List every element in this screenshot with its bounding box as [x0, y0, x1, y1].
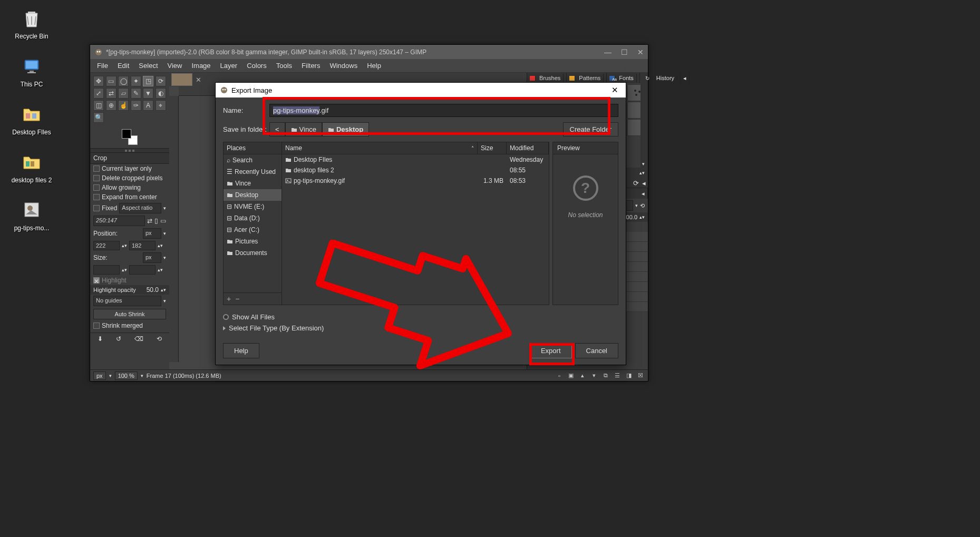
tool-rotate[interactable]: ⟳: [156, 76, 166, 86]
save-preset-icon[interactable]: ⬇: [98, 335, 103, 343]
auto-shrink-button[interactable]: Auto Shrink: [93, 309, 166, 319]
tool-eraser[interactable]: ◫: [93, 100, 104, 111]
desktop-icon-folder-2[interactable]: desktop files 2: [5, 149, 58, 184]
tool-color-picker[interactable]: ⌖: [156, 100, 166, 111]
tab-history[interactable]: ↻History: [640, 73, 681, 83]
minimize-button[interactable]: —: [604, 48, 612, 56]
menu-select[interactable]: Select: [135, 60, 161, 71]
tool-perspective[interactable]: ▱: [118, 88, 129, 99]
place-item[interactable]: ⊟Data (D:): [224, 212, 282, 224]
desktop-icon-folder[interactable]: Desktop FIles: [5, 101, 58, 136]
scrollbar[interactable]: ▾: [641, 83, 648, 168]
checkbox[interactable]: [93, 194, 100, 200]
cancel-button[interactable]: Cancel: [575, 343, 618, 358]
menu-tools[interactable]: Tools: [273, 60, 296, 71]
tool-path[interactable]: ✑: [131, 100, 141, 111]
fixed-mode-select[interactable]: Aspect ratio: [119, 203, 161, 213]
new-layer-icon[interactable]: ▫: [555, 373, 564, 379]
size-w-input[interactable]: [93, 265, 120, 275]
reset-icon[interactable]: ⟲: [157, 335, 162, 343]
checkbox[interactable]: [93, 184, 100, 191]
add-place-button[interactable]: +: [227, 295, 231, 303]
place-item[interactable]: ⊟NVME (E:): [224, 201, 282, 212]
menu-icon[interactable]: ◂: [642, 179, 646, 187]
export-button[interactable]: Export: [530, 343, 572, 358]
checkbox-highlight[interactable]: ✕: [93, 277, 100, 284]
remove-place-button[interactable]: −: [235, 295, 239, 303]
maximize-button[interactable]: ☐: [621, 48, 628, 56]
help-button[interactable]: Help: [223, 343, 259, 358]
menu-filters[interactable]: Filters: [298, 60, 324, 71]
checkbox[interactable]: [93, 175, 100, 181]
filename-input[interactable]: pg-tips-monkey.gif: [269, 104, 618, 117]
delete-icon[interactable]: ⌫: [134, 335, 143, 343]
tool-scale[interactable]: ⤢: [93, 88, 104, 99]
column-size[interactable]: Size: [478, 142, 507, 154]
landscape-icon[interactable]: ▭: [160, 217, 166, 224]
close-tab-icon[interactable]: ✕: [196, 76, 201, 84]
tool-crop[interactable]: ◳: [143, 76, 153, 86]
menu-layer[interactable]: Layer: [217, 60, 241, 71]
tool-text[interactable]: A: [143, 100, 153, 111]
place-search[interactable]: ⌕Search: [224, 154, 282, 166]
guides-select[interactable]: No guides: [93, 296, 161, 306]
tool-rect-select[interactable]: ▭: [106, 76, 117, 86]
gimp-titlebar[interactable]: *[pg-tips-monkey] (imported)-2.0 (RGB co…: [90, 45, 648, 59]
unit-select[interactable]: px: [93, 372, 106, 380]
create-folder-button[interactable]: Create Folder: [563, 122, 618, 136]
layer-down-icon[interactable]: ▾: [590, 372, 598, 379]
pos-x-input[interactable]: [93, 241, 120, 250]
breadcrumb-item-active[interactable]: Desktop: [322, 122, 369, 136]
fg-bg-colors[interactable]: [122, 129, 138, 145]
tab-menu-icon[interactable]: ◂: [639, 188, 648, 199]
menu-image[interactable]: Image: [188, 60, 214, 71]
tool-smudge[interactable]: ☝: [118, 100, 129, 111]
mask-icon[interactable]: ◨: [625, 372, 633, 379]
place-recent[interactable]: ☰Recently Used: [224, 166, 282, 178]
desktop-icon-recycle-bin[interactable]: Recycle Bin: [5, 5, 58, 40]
place-item[interactable]: Vince: [224, 178, 282, 189]
desktop-icon-this-pc[interactable]: This PC: [5, 53, 58, 88]
ratio-input[interactable]: 250:147: [93, 216, 145, 226]
tab-menu-icon[interactable]: ◂: [681, 73, 690, 83]
radio-show-all[interactable]: [223, 314, 229, 320]
tool-flip[interactable]: ⇄: [106, 88, 117, 99]
file-row[interactable]: desktop files 2 08:55: [282, 165, 549, 175]
pos-unit-select[interactable]: px: [143, 228, 161, 239]
breadcrumb-back-button[interactable]: <: [269, 122, 285, 136]
layer-group-icon[interactable]: ▣: [567, 372, 575, 379]
place-item[interactable]: Pictures: [224, 236, 282, 247]
refresh-icon[interactable]: ⟳: [633, 179, 639, 187]
swap-icon[interactable]: ⇄: [147, 217, 152, 224]
close-button[interactable]: ✕: [608, 85, 622, 95]
menu-colors[interactable]: Colors: [243, 60, 270, 71]
merge-icon[interactable]: ☰: [613, 372, 622, 379]
tool-zoom[interactable]: 🔍: [93, 112, 104, 123]
file-row[interactable]: pg-tips-monkey.gif 1.3 MB 08:53: [282, 175, 549, 186]
place-item[interactable]: Documents: [224, 247, 282, 259]
checkbox-fixed[interactable]: [93, 205, 100, 211]
column-modified[interactable]: Modified: [507, 142, 549, 154]
tool-paintbrush[interactable]: ✎: [131, 88, 141, 99]
tool-move[interactable]: ✥: [93, 76, 104, 86]
place-item-selected[interactable]: Desktop: [224, 189, 282, 201]
file-row[interactable]: Desktop FIles Wednesday: [282, 154, 549, 165]
expand-icon[interactable]: [223, 326, 226, 330]
zoom-select[interactable]: 100 %: [115, 372, 138, 380]
delete-layer-icon[interactable]: ☒: [636, 372, 645, 379]
breadcrumb-item[interactable]: Vince: [285, 122, 322, 136]
menu-windows[interactable]: Windows: [326, 60, 361, 71]
tab-fonts[interactable]: AaFonts: [607, 73, 640, 83]
image-tab[interactable]: [171, 73, 192, 86]
restore-icon[interactable]: ↺: [116, 335, 121, 343]
column-name[interactable]: Name˄: [282, 142, 478, 154]
tool-clone[interactable]: ⊕: [106, 100, 117, 111]
duplicate-layer-icon[interactable]: ⧉: [601, 372, 610, 379]
checkbox[interactable]: [93, 165, 100, 172]
tool-gradient[interactable]: ◐: [156, 88, 166, 99]
place-item[interactable]: ⊟Acer (C:): [224, 224, 282, 236]
portrait-icon[interactable]: ▯: [154, 217, 158, 224]
tool-free-select[interactable]: ◯: [118, 76, 129, 86]
tab-brushes[interactable]: Brushes: [527, 73, 567, 83]
export-titlebar[interactable]: Export Image ✕: [216, 83, 626, 97]
